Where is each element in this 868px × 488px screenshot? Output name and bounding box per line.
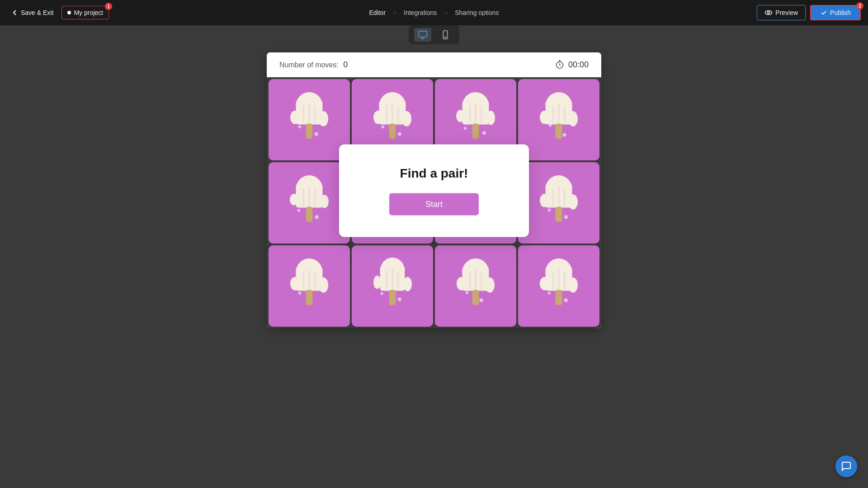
chat-button[interactable] xyxy=(835,455,857,477)
svg-rect-98 xyxy=(397,271,399,289)
svg-rect-12 xyxy=(308,103,310,123)
moves-label: Number of moves: xyxy=(279,61,339,69)
popsicle-icon xyxy=(530,174,587,231)
desktop-view-button[interactable] xyxy=(414,28,431,42)
moves-count: 0 xyxy=(343,60,348,69)
popsicle-icon xyxy=(281,174,338,231)
svg-point-4 xyxy=(445,37,446,38)
device-toggle xyxy=(409,25,459,44)
svg-point-99 xyxy=(381,292,383,295)
svg-point-90 xyxy=(298,292,301,295)
arrow1-icon: → xyxy=(392,9,397,16)
svg-rect-107 xyxy=(475,269,476,290)
card-9[interactable] xyxy=(269,245,350,327)
svg-rect-50 xyxy=(306,206,313,222)
svg-point-44 xyxy=(549,124,552,127)
svg-point-0 xyxy=(765,11,772,15)
svg-rect-105 xyxy=(472,290,479,305)
svg-point-104 xyxy=(485,277,495,293)
svg-point-15 xyxy=(315,132,318,136)
svg-rect-52 xyxy=(308,186,310,206)
svg-point-14 xyxy=(298,126,301,128)
card-4[interactable] xyxy=(518,79,599,160)
svg-point-8 xyxy=(290,111,300,124)
svg-point-94 xyxy=(403,277,412,291)
svg-point-80 xyxy=(548,209,551,211)
game-container: Number of moves: 0 00:00 xyxy=(267,52,601,328)
svg-rect-78 xyxy=(558,186,560,206)
nav-editor[interactable]: Editor xyxy=(366,7,388,18)
svg-point-110 xyxy=(479,298,483,302)
start-button[interactable]: Start xyxy=(389,193,479,215)
save-exit-button[interactable]: Save & Exit xyxy=(7,6,58,19)
card-12[interactable] xyxy=(518,245,599,327)
card-10[interactable] xyxy=(352,245,433,327)
svg-rect-23 xyxy=(397,106,399,124)
svg-point-74 xyxy=(540,194,549,207)
nav-sharing[interactable]: Sharing options xyxy=(452,7,501,18)
project-name-button[interactable]: My project 1 xyxy=(61,6,109,19)
svg-rect-87 xyxy=(302,272,304,290)
svg-point-34 xyxy=(464,127,467,130)
timer-section: 00:00 xyxy=(555,60,589,70)
popsicle-icon xyxy=(281,91,338,148)
check-icon xyxy=(820,9,827,16)
svg-rect-53 xyxy=(314,189,316,207)
svg-point-1 xyxy=(768,12,770,14)
svg-point-109 xyxy=(466,291,468,294)
svg-rect-31 xyxy=(469,106,471,124)
svg-point-49 xyxy=(320,195,329,208)
svg-rect-21 xyxy=(386,106,387,124)
svg-point-75 xyxy=(568,194,578,210)
svg-point-113 xyxy=(540,277,549,290)
publish-button[interactable]: Publish 2 xyxy=(810,5,861,20)
svg-rect-43 xyxy=(564,106,566,124)
mobile-view-button[interactable] xyxy=(437,28,454,42)
svg-rect-88 xyxy=(308,269,310,290)
svg-point-84 xyxy=(290,277,300,290)
svg-point-55 xyxy=(315,215,319,219)
svg-rect-117 xyxy=(558,269,560,290)
svg-point-28 xyxy=(456,110,465,122)
svg-rect-2 xyxy=(419,31,427,37)
publish-badge: 2 xyxy=(856,2,863,9)
svg-rect-13 xyxy=(314,106,316,124)
svg-rect-33 xyxy=(481,106,482,124)
popsicle-icon xyxy=(364,258,421,314)
svg-point-39 xyxy=(568,111,578,127)
preview-button[interactable]: Preview xyxy=(757,5,806,20)
svg-rect-30 xyxy=(472,123,479,139)
chat-icon xyxy=(841,461,852,472)
card-8[interactable] xyxy=(518,162,599,244)
main-area: Number of moves: 0 00:00 xyxy=(0,25,868,488)
project-badge: 1 xyxy=(105,3,112,10)
game-header: Number of moves: 0 00:00 xyxy=(267,52,601,77)
nav-integrations[interactable]: Integrations xyxy=(401,7,439,18)
svg-rect-96 xyxy=(386,271,387,289)
timer-display: 00:00 xyxy=(568,60,589,70)
svg-rect-32 xyxy=(475,103,476,123)
svg-rect-41 xyxy=(552,106,554,124)
svg-point-54 xyxy=(297,209,300,212)
svg-point-29 xyxy=(486,111,495,125)
svg-rect-51 xyxy=(302,189,304,207)
svg-rect-76 xyxy=(556,206,562,222)
svg-point-35 xyxy=(482,131,486,135)
topbar: Save & Exit My project 1 Editor → Integr… xyxy=(0,0,868,25)
popsicle-icon xyxy=(447,258,504,314)
popsicle-icon xyxy=(530,91,587,148)
svg-rect-106 xyxy=(469,272,471,290)
svg-rect-118 xyxy=(564,272,566,290)
card-5[interactable] xyxy=(269,162,350,244)
topbar-left: Save & Exit My project 1 xyxy=(7,6,109,19)
popsicle-icon xyxy=(364,91,421,148)
popsicle-icon xyxy=(281,258,338,314)
svg-point-19 xyxy=(402,111,411,127)
card-1[interactable] xyxy=(269,79,350,160)
svg-point-114 xyxy=(568,277,578,293)
game-start-overlay: Find a pair! Start xyxy=(339,144,529,237)
svg-point-85 xyxy=(319,277,328,293)
svg-point-18 xyxy=(373,111,383,124)
card-11[interactable] xyxy=(435,245,516,327)
svg-point-81 xyxy=(564,215,568,219)
